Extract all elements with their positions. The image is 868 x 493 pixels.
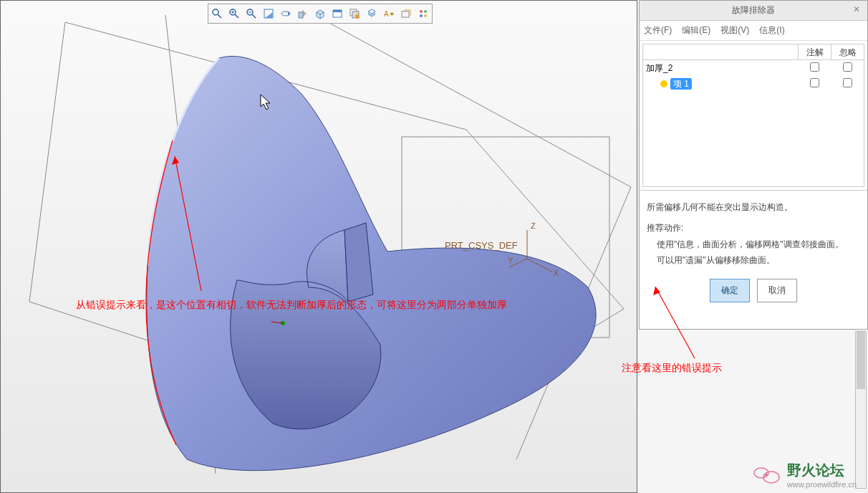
error-tree[interactable]: 注解 忽略 加厚_2 项 1: [642, 44, 864, 187]
saved-views-icon[interactable]: [329, 4, 346, 23]
note-checkbox[interactable]: [810, 78, 819, 87]
svg-point-42: [420, 10, 423, 13]
note-checkbox[interactable]: [810, 62, 819, 72]
scrollbar[interactable]: [855, 331, 867, 489]
svg-point-45: [424, 14, 427, 17]
svg-marker-18: [261, 95, 270, 110]
svg-rect-39: [402, 11, 409, 17]
model-canvas: PRT_CSYS_DEF X Y Z: [1, 1, 638, 493]
cancel-button[interactable]: 取消: [757, 279, 797, 302]
svg-rect-34: [333, 10, 342, 12]
warning-icon: [660, 80, 667, 87]
svg-point-50: [765, 474, 768, 477]
zoom-window-icon[interactable]: [208, 4, 226, 23]
annotations-icon[interactable]: A✦: [380, 4, 397, 23]
datum-display-icon[interactable]: [397, 4, 415, 23]
ok-button[interactable]: 确定: [710, 279, 750, 302]
svg-point-19: [213, 9, 218, 15]
menu-info[interactable]: 信息(I): [759, 24, 784, 37]
cursor: [260, 94, 274, 111]
view-manager-icon[interactable]: [363, 4, 380, 23]
spin-icon[interactable]: [277, 4, 294, 23]
troubleshooter-panel: 故障排除器 ✕ 文件(F) 编辑(E) 视图(V) 信息(I) 注解 忽略 加厚…: [639, 0, 868, 330]
watermark-title: 野火论坛: [787, 461, 857, 480]
tree-row-item[interactable]: 项 1: [643, 76, 864, 92]
help-line: 使用"信息，曲面分析，偏移网格"调查邻接曲面。: [647, 236, 860, 253]
zoom-out-icon[interactable]: [243, 4, 260, 23]
pan-icon[interactable]: [294, 4, 312, 23]
tree-label: 加厚_2: [646, 62, 798, 75]
svg-text:PRT_CSYS_DEF: PRT_CSYS_DEF: [445, 240, 518, 251]
tree-row-feature[interactable]: 加厚_2: [643, 60, 864, 76]
view-toolbar: A✦: [208, 4, 433, 24]
panel-titlebar[interactable]: 故障排除器 ✕: [640, 1, 867, 21]
tree-label: 项 1: [670, 78, 692, 90]
help-line: 可以用"遗漏"从偏移移除曲面。: [647, 252, 860, 269]
menu-view[interactable]: 视图(V): [720, 24, 749, 37]
svg-line-22: [235, 14, 238, 18]
help-line: 所需偏移几何不能在突出显示边构造。: [647, 199, 860, 216]
layers-icon[interactable]: [346, 4, 363, 23]
svg-text:A✦: A✦: [384, 10, 395, 18]
refit-icon[interactable]: [260, 4, 277, 23]
annotation-side: 注意看这里的错误提示: [622, 362, 722, 375]
ignore-checkbox[interactable]: [843, 62, 852, 72]
svg-text:Y: Y: [508, 256, 513, 264]
scrollbar-thumb[interactable]: [857, 332, 865, 389]
close-icon[interactable]: ✕: [850, 4, 863, 17]
zoom-in-icon[interactable]: [226, 4, 243, 23]
svg-point-37: [355, 14, 360, 19]
watermark: 野火论坛 www.proewildfire.cn: [753, 461, 857, 489]
menu-file[interactable]: 文件(F): [644, 24, 672, 37]
panel-menubar: 文件(F) 编辑(E) 视图(V) 信息(I): [640, 21, 867, 41]
model-display-icon[interactable]: [415, 4, 432, 23]
ignore-checkbox[interactable]: [843, 78, 852, 87]
annotation-main: 从错误提示来看，是这个位置有相切，软件无法判断加厚后的形态，可将这里分为两部分单…: [76, 299, 507, 312]
help-text-area: 所需偏移几何不能在突出显示边构造。 推荐动作: 使用"信息，曲面分析，偏移网格"…: [640, 190, 867, 329]
logo-icon: [753, 464, 781, 486]
col-note: 注解: [798, 44, 831, 59]
svg-line-20: [218, 14, 221, 18]
tree-header: 注解 忽略: [643, 44, 864, 60]
svg-line-6: [302, 8, 631, 187]
svg-point-43: [424, 10, 427, 13]
svg-line-2: [29, 22, 65, 302]
model-viewport[interactable]: PRT_CSYS_DEF X Y Z 从错误提示来看，是这个位置有相切，软件无法…: [0, 0, 637, 493]
svg-text:X: X: [554, 269, 559, 277]
help-line: 推荐动作:: [647, 220, 860, 236]
menu-edit[interactable]: 编辑(E): [682, 24, 710, 37]
svg-marker-29: [265, 12, 273, 18]
svg-text:Z: Z: [531, 221, 536, 230]
solid-body: [147, 56, 596, 470]
svg-line-26: [252, 14, 256, 18]
panel-title: 故障排除器: [732, 4, 775, 16]
col-ignore: 忽略: [831, 44, 864, 59]
orient-icon[interactable]: [312, 4, 329, 23]
svg-rect-32: [299, 12, 303, 18]
svg-point-44: [420, 14, 423, 17]
watermark-url: www.proewildfire.cn: [787, 480, 857, 489]
